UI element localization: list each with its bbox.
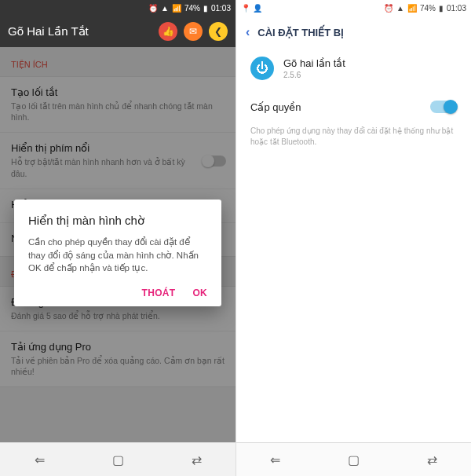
ok-button[interactable]: OK: [192, 287, 207, 298]
dialog-title: Hiển thị màn hình chờ: [28, 214, 207, 228]
page-title: CÀI ĐẶT THIẾT BỊ: [257, 27, 344, 38]
power-icon: ⏻: [250, 57, 274, 80]
contact-icon[interactable]: ✉: [184, 22, 203, 41]
user-icon: 👤: [253, 4, 262, 13]
app-header: Gõ Hai Lần Tắt 👍 ✉ ❮: [0, 16, 236, 47]
nav-recent-icon[interactable]: ⇄: [392, 443, 471, 476]
signal-icon: 📶: [407, 4, 417, 13]
status-bar: ⏰ ▲ 📶 74% ▮ 01:03: [0, 0, 236, 16]
clock: 01:03: [447, 4, 466, 13]
permission-row[interactable]: Cấp quyền: [236, 93, 471, 121]
nav-bar: ⇐ ▢ ⇄: [236, 442, 471, 476]
status-bar: 📍 👤 ⏰ ▲ 📶 74% ▮ 01:03: [236, 0, 471, 16]
permission-desc: Cho phép ứng dụng này thay đổi cài đặt h…: [236, 121, 471, 152]
nav-back-icon[interactable]: ⇐: [236, 443, 315, 476]
nav-home-icon[interactable]: ▢: [78, 443, 157, 476]
permission-toggle[interactable]: [430, 101, 457, 113]
nav-recent-icon[interactable]: ⇄: [157, 443, 236, 476]
settings-header: ‹ CÀI ĐẶT THIẾT BỊ: [236, 16, 471, 49]
back-icon[interactable]: ‹: [246, 25, 250, 39]
app-info: ⏻ Gõ hai lần tắt 2.5.6: [236, 49, 471, 93]
dialog-body: Cần cho phép quyền thay đổi cài đặt để t…: [28, 236, 207, 275]
app-title: Gõ Hai Lần Tắt: [8, 24, 152, 38]
thumbs-up-icon[interactable]: 👍: [159, 22, 177, 41]
nav-home-icon[interactable]: ▢: [315, 443, 393, 476]
battery-icon: ▮: [439, 4, 444, 13]
battery-icon: ▮: [203, 4, 208, 13]
app-version: 2.5.6: [283, 71, 345, 79]
app-name: Gõ hai lần tắt: [283, 57, 345, 69]
clock: 01:03: [211, 4, 231, 13]
cancel-button[interactable]: THOÁT: [142, 287, 176, 298]
battery-pct: 74%: [420, 4, 436, 13]
location-icon: 📍: [241, 4, 250, 13]
permission-label: Cấp quyền: [250, 101, 301, 113]
wifi-icon: ▲: [161, 4, 169, 13]
permission-dialog: Hiển thị màn hình chờ Cần cho phép quyền…: [14, 200, 221, 306]
battery-pct: 74%: [184, 4, 200, 13]
share-icon[interactable]: ❮: [209, 22, 228, 41]
alarm-icon: ⏰: [148, 4, 158, 13]
nav-back-icon[interactable]: ⇐: [0, 443, 78, 476]
wifi-icon: ▲: [396, 4, 404, 13]
alarm-icon: ⏰: [384, 4, 393, 13]
nav-bar: ⇐ ▢ ⇄: [0, 442, 236, 476]
signal-icon: 📶: [172, 4, 181, 13]
